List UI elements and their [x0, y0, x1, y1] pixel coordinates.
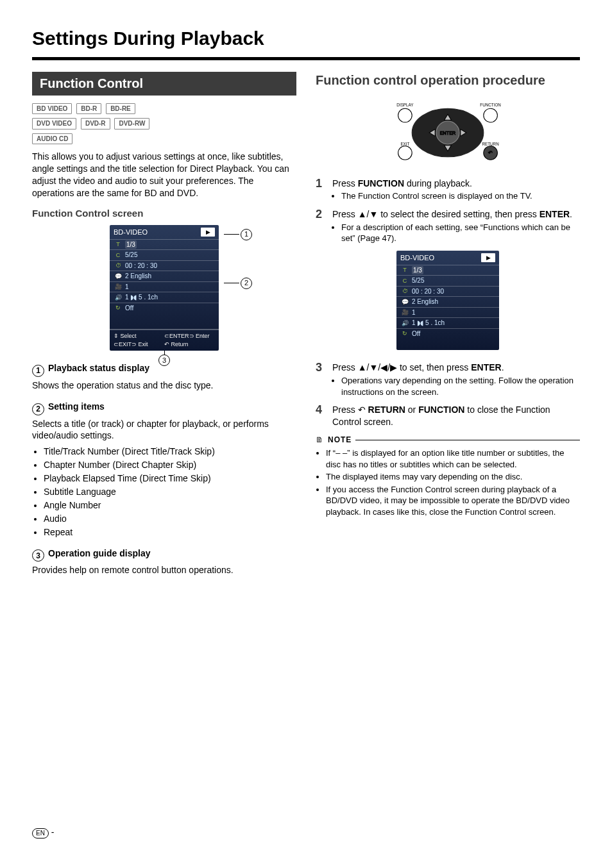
- step-text: Press ↶: [332, 405, 368, 415]
- step-text: Press ▲/▼ to select the desired setting,…: [332, 209, 540, 219]
- note-item: If you access the Function Control scree…: [326, 484, 580, 518]
- bullet-item: Subtitle Language: [44, 486, 296, 498]
- sec2-heading: 2Setting items: [32, 401, 296, 415]
- callout-1: 1: [241, 229, 252, 240]
- step-number: 3: [316, 362, 325, 399]
- subtitle-icon: 💬: [114, 272, 123, 280]
- step-text: Press: [332, 178, 358, 188]
- step-bold: RETURN: [368, 405, 405, 415]
- osd-chapter-value: 5/25: [125, 251, 137, 260]
- note-list: If “– –” is displayed for an option like…: [316, 447, 580, 517]
- step-bold: FUNCTION: [358, 178, 404, 188]
- callout-2-line: [224, 283, 239, 283]
- step-3: 3 Press ▲/▼/◀/▶ to set, then press ENTER…: [316, 362, 580, 399]
- svg-point-7: [484, 108, 498, 122]
- title-icon: T: [114, 240, 123, 248]
- steps-list: 1 Press FUNCTION during playback. The Fu…: [316, 178, 580, 429]
- badge-row-1: BD VIDEO BD-R BD-RE: [32, 102, 296, 115]
- bullet-item: Audio: [44, 513, 296, 525]
- svg-point-8: [398, 146, 412, 160]
- angle-icon: 🎥: [114, 283, 123, 290]
- bullet-item: Repeat: [44, 526, 296, 538]
- osd-angle-value: 1: [125, 283, 129, 292]
- language-badge: EN: [32, 828, 49, 839]
- chapter-icon: C: [114, 251, 123, 259]
- page-footer: EN -: [32, 826, 580, 839]
- callout-2: 2: [241, 278, 252, 289]
- step-number: 4: [316, 404, 325, 428]
- step-text: .: [502, 362, 504, 372]
- step-bold: ENTER: [471, 362, 501, 372]
- step-text: Press ▲/▼/◀/▶ to set, then press: [332, 362, 471, 372]
- osd-guide-exit: Exit: [139, 341, 148, 347]
- sec2-bullets: Title/Track Number (Direct Title/Track S…: [32, 446, 296, 538]
- sec3-heading: 3Operation guide display: [32, 547, 296, 562]
- bullet-item: Playback Elapsed Time (Direct Time Skip): [44, 472, 296, 485]
- badge-bd-re: BD-RE: [106, 103, 135, 115]
- osd-panel: BD-VIDEO ▶ T1/3 C5/25 ⏱00 : 20 : 30 💬2 E…: [110, 225, 219, 351]
- left-column: Function Control BD VIDEO BD-R BD-RE DVD…: [32, 72, 296, 577]
- right-column: Function control operation procedure ENT…: [316, 72, 580, 577]
- note-item: If “– –” is displayed for an option like…: [326, 447, 580, 470]
- function-control-screen-title: Function Control screen: [32, 207, 296, 220]
- audio-icon: 🔊: [114, 294, 123, 301]
- step-text: during playback.: [404, 178, 472, 188]
- svg-point-6: [398, 108, 412, 122]
- page-title: Settings During Playback: [32, 26, 580, 52]
- intro-text: This allows you to adjust various settin…: [32, 151, 296, 199]
- step-2: 2 Press ▲/▼ to select the desired settin…: [316, 208, 580, 246]
- osd-audio-value: 1 ◗◖ 5 . 1ch: [125, 293, 158, 302]
- badge-dvd-rw: DVD-RW: [114, 118, 149, 129]
- badge-bd-video: BD VIDEO: [32, 103, 72, 115]
- step-sub: The Function Control screen is displayed…: [341, 190, 580, 202]
- enter-label: ENTER: [440, 129, 455, 135]
- badge-audio-cd: AUDIO CD: [32, 133, 72, 145]
- osd-subtitle-value: 2 English: [125, 272, 151, 281]
- procedure-heading: Function control operation procedure: [316, 72, 580, 89]
- badge-row-3: AUDIO CD: [32, 132, 296, 145]
- play-icon: ▶: [481, 253, 495, 262]
- osd-time-value: 00 : 20 : 30: [125, 262, 157, 271]
- display-label: DISPLAY: [396, 102, 414, 106]
- step-bold: FUNCTION: [418, 405, 464, 415]
- note-heading: 🗎 NOTE: [316, 435, 580, 445]
- step-number: 2: [316, 208, 325, 246]
- step-number: 1: [316, 178, 325, 203]
- step-4: 4 Press ↶ RETURN or FUNCTION to close th…: [316, 404, 580, 428]
- play-icon: ▶: [201, 228, 215, 237]
- osd-guide-return: Return: [171, 341, 189, 347]
- sec2-text: Selects a title (or track) or chapter fo…: [32, 418, 296, 442]
- function-control-heading: Function Control: [32, 72, 296, 96]
- time-icon: ⏱: [114, 262, 123, 269]
- badge-dvd-r: DVD-R: [81, 118, 110, 129]
- step-bold: ENTER: [540, 209, 570, 219]
- page-dash: -: [51, 827, 55, 837]
- exit-label: EXIT: [400, 141, 409, 146]
- bullet-item: Title/Track Number (Direct Title/Track S…: [44, 446, 296, 458]
- callout-1-line: [224, 234, 239, 235]
- note-icon: 🗎: [316, 435, 324, 445]
- sec3-text: Provides help on remote control button o…: [32, 564, 296, 576]
- bullet-item: Angle Number: [44, 499, 296, 512]
- return-label: RETURN: [482, 141, 499, 146]
- badge-bd-r: BD-R: [76, 103, 101, 115]
- step-text: .: [570, 209, 572, 219]
- note-label: NOTE: [328, 435, 352, 445]
- callout-3: 3: [158, 355, 170, 366]
- bullet-item: Chapter Number (Direct Chapter Skip): [44, 459, 296, 471]
- osd-disc-type: BD-VIDEO: [400, 253, 434, 263]
- step-text: or: [405, 405, 418, 415]
- function-label: FUNCTION: [480, 102, 501, 106]
- step-sub: For a description of each setting, see “…: [341, 222, 580, 244]
- step-sub: Operations vary depending on the setting…: [341, 375, 580, 397]
- osd-guide-select: Select: [121, 333, 137, 339]
- title-rule: [32, 57, 580, 60]
- sec1-text: Shows the operation status and the disc …: [32, 380, 296, 392]
- osd-panel-mini: BD-VIDEO▶ T1/3 C5/25 ⏱00 : 20 : 30 💬2 En…: [396, 251, 499, 350]
- osd-title-value: 1/3: [125, 240, 137, 249]
- note-item: The displayed items may vary depending o…: [326, 471, 580, 483]
- osd-repeat-value: Off: [125, 304, 133, 313]
- badge-row-2: DVD VIDEO DVD-R DVD-RW: [32, 117, 296, 129]
- osd-disc-type: BD-VIDEO: [114, 228, 148, 237]
- osd-guide-enter: Enter: [196, 333, 210, 339]
